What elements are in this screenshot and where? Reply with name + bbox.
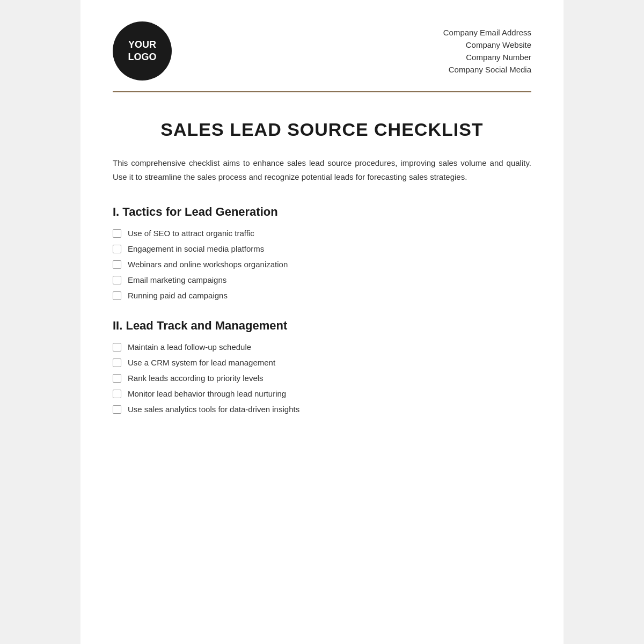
company-info: Company Email AddressCompany WebsiteComp… [443, 28, 531, 74]
list-item: Monitor lead behavior through lead nurtu… [113, 389, 531, 398]
checklist-item-text: Rank leads according to priority levels [128, 374, 264, 383]
header: YOUR LOGO Company Email AddressCompany W… [113, 21, 531, 80]
company-info-item-2: Company Number [443, 53, 531, 62]
list-item: Use a CRM system for lead management [113, 358, 531, 367]
list-item: Running paid ad campaigns [113, 291, 531, 300]
section-title-1: II. Lead Track and Management [113, 319, 531, 333]
list-item: Use sales analytics tools for data-drive… [113, 405, 531, 414]
section-title-0: I. Tactics for Lead Generation [113, 205, 531, 219]
checklist-item-text: Use of SEO to attract organic traffic [128, 229, 254, 238]
main-title: SALES LEAD SOURCE CHECKLIST [113, 119, 531, 140]
checklist-1: Maintain a lead follow-up scheduleUse a … [113, 342, 531, 414]
sections-container: I. Tactics for Lead GenerationUse of SEO… [113, 205, 531, 414]
section-2: II. Lead Track and ManagementMaintain a … [113, 319, 531, 414]
section-1: I. Tactics for Lead GenerationUse of SEO… [113, 205, 531, 300]
page: YOUR LOGO Company Email AddressCompany W… [80, 0, 564, 644]
checklist-item-text: Maintain a lead follow-up schedule [128, 342, 251, 352]
company-logo: YOUR LOGO [113, 21, 172, 80]
list-item: Use of SEO to attract organic traffic [113, 229, 531, 238]
header-divider [113, 91, 531, 92]
list-item: Rank leads according to priority levels [113, 374, 531, 383]
checkbox-icon[interactable] [113, 229, 121, 238]
checklist-item-text: Engagement in social media platforms [128, 244, 264, 253]
list-item: Engagement in social media platforms [113, 244, 531, 253]
checklist-item-text: Webinars and online workshops organizati… [128, 260, 288, 269]
logo-line2: LOGO [128, 51, 157, 63]
checkbox-icon[interactable] [113, 343, 121, 352]
checklist-0: Use of SEO to attract organic trafficEng… [113, 229, 531, 300]
checklist-item-text: Email marketing campaigns [128, 275, 226, 284]
list-item: Maintain a lead follow-up schedule [113, 342, 531, 352]
checkbox-icon[interactable] [113, 260, 121, 269]
checklist-item-text: Use sales analytics tools for data-drive… [128, 405, 299, 414]
company-info-item-0: Company Email Address [443, 28, 531, 37]
document-description: This comprehensive checklist aims to enh… [113, 156, 531, 184]
company-info-item-3: Company Social Media [443, 65, 531, 74]
checkbox-icon[interactable] [113, 374, 121, 383]
checkbox-icon[interactable] [113, 358, 121, 367]
company-info-item-1: Company Website [443, 40, 531, 49]
checklist-item-text: Running paid ad campaigns [128, 291, 228, 300]
list-item: Webinars and online workshops organizati… [113, 260, 531, 269]
checklist-item-text: Use a CRM system for lead management [128, 358, 275, 367]
checkbox-icon[interactable] [113, 405, 121, 414]
title-section: SALES LEAD SOURCE CHECKLIST [113, 119, 531, 140]
checkbox-icon[interactable] [113, 276, 121, 284]
checkbox-icon[interactable] [113, 390, 121, 398]
checklist-item-text: Monitor lead behavior through lead nurtu… [128, 389, 286, 398]
checkbox-icon[interactable] [113, 291, 121, 300]
list-item: Email marketing campaigns [113, 275, 531, 284]
checkbox-icon[interactable] [113, 245, 121, 253]
logo-line1: YOUR [128, 39, 156, 51]
